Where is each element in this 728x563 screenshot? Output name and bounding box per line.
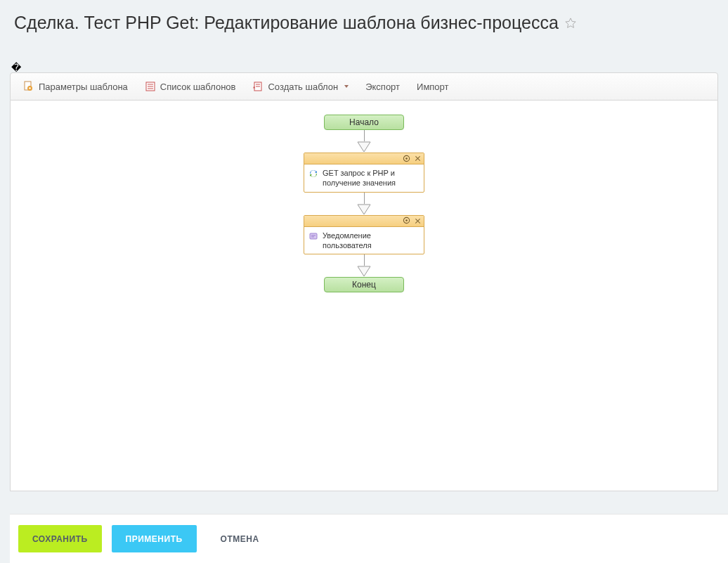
svg-point-13 [405,157,408,160]
new-doc-icon: * [252,81,264,92]
gear-icon[interactable] [403,153,410,165]
activity-label: GET запрос к PHP и получение значения [323,168,420,188]
toolbar-template-params[interactable]: Параметры шаблона [15,73,136,100]
svg-point-16 [405,219,408,221]
toolbar-export[interactable]: Экспорт [357,73,408,100]
arrow-down-icon [357,204,371,215]
toolbar: Параметры шаблона Список шаблонов * Созд… [10,72,718,101]
activity-label: Уведомление пользователя [323,231,420,251]
workflow-canvas[interactable]: Начало GET запрос к PHP и получение знач… [10,101,718,491]
activity-node[interactable]: GET запрос к PHP и получение значения [304,153,424,193]
toolbar-import[interactable]: Импорт [408,73,457,100]
toolbar-label: Список шаблонов [160,82,236,92]
end-node-label: Конец [352,280,376,290]
toolbar-template-list[interactable]: Список шаблонов [136,73,245,100]
favorite-star-icon[interactable] [564,17,577,30]
flow-connector [357,193,371,215]
note-icon [308,231,318,243]
toolbar-label: Параметры шаблона [39,82,128,92]
toolbar-label: Экспорт [365,82,400,92]
apply-button[interactable]: Применить [112,525,197,552]
activity-header [304,216,424,227]
gear-icon[interactable] [403,214,410,227]
start-node-label: Начало [349,117,379,127]
footer-bar: Сохранить Применить Отмена [10,514,728,563]
start-node[interactable]: Начало [324,115,404,130]
list-doc-icon [145,81,156,92]
svg-rect-17 [310,233,317,239]
svg-marker-20 [358,266,370,276]
arrow-down-icon [357,266,371,277]
svg-point-2 [29,87,31,89]
close-icon[interactable] [415,155,421,162]
page-title-text: Сделка. Тест PHP Get: Редактирование шаб… [14,13,559,33]
cancel-button[interactable]: Отмена [207,525,273,552]
activity-body: Уведомление пользователя [304,227,424,254]
toolbar-create-template[interactable]: * Создать шаблон [244,73,357,100]
chevron-down-icon [344,85,349,88]
refresh-icon [308,168,318,181]
flow-connector [357,130,371,153]
header-area: Сделка. Тест PHP Get: Редактирование шаб… [0,0,728,48]
svg-marker-11 [358,142,370,152]
end-node[interactable]: Конец [324,277,404,292]
toolbar-label: Импорт [417,82,448,92]
page-title: Сделка. Тест PHP Get: Редактирование шаб… [14,13,714,33]
activity-body: GET запрос к PHP и получение значения [304,164,424,192]
close-icon[interactable] [415,218,421,224]
save-button[interactable]: Сохранить [18,525,102,552]
svg-marker-14 [358,205,370,214]
toolbar-label: Создать шаблон [268,82,338,92]
activity-node[interactable]: Уведомление пользователя [304,215,424,255]
gear-doc-icon [23,81,34,92]
unknown-char-icon: � [11,62,21,73]
arrow-down-icon [357,141,371,153]
activity-header [304,153,424,164]
flow-container: Начало GET запрос к PHP и получение знач… [11,101,717,292]
flow-connector [357,254,371,277]
